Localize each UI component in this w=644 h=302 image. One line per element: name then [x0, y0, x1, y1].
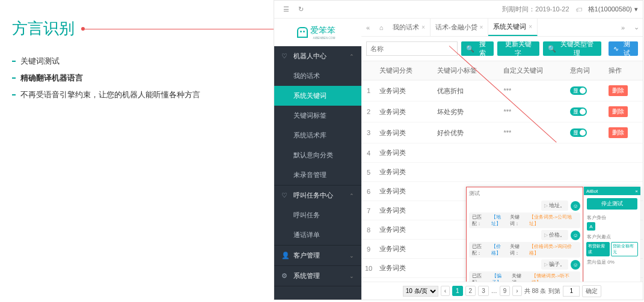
user-menu[interactable]: 格1(10000580)▾ [588, 5, 638, 14]
row-index: 6 [361, 182, 376, 201]
search-icon: 🔍 [466, 45, 474, 53]
close-icon[interactable]: × [635, 189, 638, 194]
user-message: ▷ 价格。☺ [469, 230, 580, 240]
delete-button[interactable]: 删除 [609, 127, 628, 138]
row-category: 业务词类 [376, 101, 433, 122]
page-prev[interactable]: ‹ [441, 286, 450, 296]
sidebar-item-intent[interactable]: 默认意向分类 [274, 145, 361, 165]
stop-test-button[interactable]: 停止测试 [587, 198, 637, 210]
tab-myscript[interactable]: 我的话术× [388, 19, 431, 36]
bot-avatar-icon: ☺ [571, 260, 580, 270]
logo-text: 爱笨笨 [310, 25, 338, 36]
row-index: 4 [361, 143, 376, 163]
goto-confirm[interactable]: 确定 [582, 285, 601, 297]
col-intent: 意向词 [566, 61, 605, 80]
play-icon[interactable]: ▷ [544, 262, 548, 267]
heart-icon: ♡ [281, 52, 290, 60]
sidebar-item-keywordtag[interactable]: 关键词标签 [274, 106, 361, 125]
sidebar-group-customer[interactable]: 👤客户管理⌄ [274, 246, 361, 265]
feature-item: 不再受语音引擎约束，让您的机器人能听懂各种方言 [12, 89, 271, 100]
sidebar-item-calltask[interactable]: 呼叫任务 [274, 205, 361, 225]
close-icon[interactable]: × [480, 24, 483, 31]
delete-button[interactable]: 删除 [609, 85, 628, 96]
feature-title: 方言识别 [12, 18, 271, 39]
row-category: 业务词类 [376, 163, 433, 182]
row-tag: 好价优势 [434, 122, 500, 143]
user-icon: 👤 [281, 252, 290, 259]
sidebar-item-unrecorded[interactable]: 未录音管理 [274, 165, 361, 185]
page-3[interactable]: 3 [478, 286, 489, 296]
logo: 爱笨笨 AIBENBEN.COM [274, 19, 361, 46]
row-custom [500, 143, 566, 163]
identity-label: 客户身份 [584, 214, 640, 221]
test-button[interactable]: ∿测试 [609, 41, 638, 56]
tab-syskeyword[interactable]: 系统关键词× [488, 19, 538, 36]
row-category: 业务词类 [376, 220, 433, 240]
keyword-type-button[interactable]: 🔍关键类型管理 [543, 41, 601, 56]
tabs-next-icon[interactable]: » [616, 24, 630, 31]
table-row[interactable]: 5 业务词类 [361, 163, 643, 182]
table-row[interactable]: 1 业务词类 优惠折扣 *** 显 删除 [361, 80, 643, 101]
row-index: 2 [361, 101, 376, 122]
tabs-prev-icon[interactable]: « [361, 24, 375, 31]
row-index: 10 [361, 259, 376, 278]
row-category: 业务词类 [376, 240, 433, 259]
close-icon[interactable]: × [529, 23, 532, 30]
row-tag: 坏处劣势 [434, 101, 500, 122]
wave-icon: ∿ [613, 45, 619, 53]
update-keyword-button[interactable]: 更新关键字 [497, 41, 539, 56]
home-icon[interactable]: ⌂ [375, 24, 388, 31]
row-category: 业务词类 [376, 259, 433, 278]
row-index: 5 [361, 163, 376, 182]
toggle-switch[interactable]: 显 [570, 86, 587, 95]
feature-item: 关键词测试 [12, 56, 271, 67]
row-category: 业务词类 [376, 182, 433, 201]
sidebar-item-myscript[interactable]: 我的话术 [274, 66, 361, 86]
goto-input[interactable] [563, 286, 580, 297]
row-index: 3 [361, 122, 376, 143]
row-category: 业务词类 [376, 143, 433, 163]
delete-button[interactable]: 删除 [609, 106, 628, 117]
intent-progress: 意向值是 0% [584, 256, 640, 268]
page-1[interactable]: 1 [452, 286, 463, 296]
play-icon[interactable]: ▷ [544, 232, 548, 238]
toggle-switch[interactable]: 显 [570, 107, 587, 116]
sidebar: 爱笨笨 AIBENBEN.COM ♡机器人中心⌃ 我的话术 系统关键词 关键词标… [274, 19, 361, 300]
sidebar-group-robot[interactable]: ♡机器人中心⌃ [274, 46, 361, 66]
toolbar: 🔍搜索 更新关键字 🔍关键类型管理 ∿测试 [361, 37, 643, 61]
toggle-switch[interactable]: 显 [570, 128, 587, 137]
page-2[interactable]: 2 [465, 286, 476, 296]
tab-finance[interactable]: 话术-金融小贷× [431, 19, 489, 36]
search-button[interactable]: 🔍搜索 [461, 41, 494, 56]
match-result: 已匹配：【骗子】 关键词：【情绪词类->听不懂】 [469, 271, 580, 282]
sidebar-item-syslib[interactable]: 系统话术库 [274, 125, 361, 145]
sidebar-group-system[interactable]: ⚙系统管理⌄ [274, 266, 361, 286]
tag-icon[interactable]: 🏷 [575, 6, 582, 13]
sidebar-item-syskeyword[interactable]: 系统关键词 [274, 86, 361, 106]
row-tag [434, 163, 500, 182]
table-row[interactable]: 3 业务词类 好价优势 *** 显 删除 [361, 122, 643, 143]
refresh-icon[interactable]: ↻ [293, 5, 308, 13]
page-size-select[interactable]: 10 条/页 [403, 286, 438, 297]
page-next[interactable]: › [512, 286, 521, 296]
chevron-down-icon: ⌄ [349, 273, 354, 279]
menu-toggle-icon[interactable]: ☰ [279, 5, 293, 13]
page-9[interactable]: 9 [500, 286, 511, 296]
sidebar-group-call[interactable]: ♡呼叫任务中心⌃ [274, 186, 361, 205]
col-tag: 关键词小标签 [434, 61, 500, 80]
table-row[interactable]: 2 业务词类 坏处劣势 *** 显 删除 [361, 101, 643, 122]
close-icon[interactable]: × [422, 24, 425, 31]
row-index: 8 [361, 220, 376, 240]
bot-avatar-icon: ☺ [571, 201, 580, 211]
search-input[interactable] [366, 41, 458, 56]
table-row[interactable]: 4 业务词类 [361, 143, 643, 163]
row-intent: 显 [566, 101, 605, 122]
intent-tag[interactable]: 有贷款需求 [586, 242, 610, 256]
logo-icon [297, 27, 308, 38]
chevron-down-icon[interactable]: ⌄ [630, 23, 643, 31]
row-index: 7 [361, 201, 376, 220]
intent-tag[interactable]: 贷款金额有无 [611, 242, 638, 256]
sidebar-item-calldetail[interactable]: 通话详单 [274, 225, 361, 245]
play-icon[interactable]: ▷ [544, 203, 548, 208]
row-custom: *** [500, 122, 566, 143]
